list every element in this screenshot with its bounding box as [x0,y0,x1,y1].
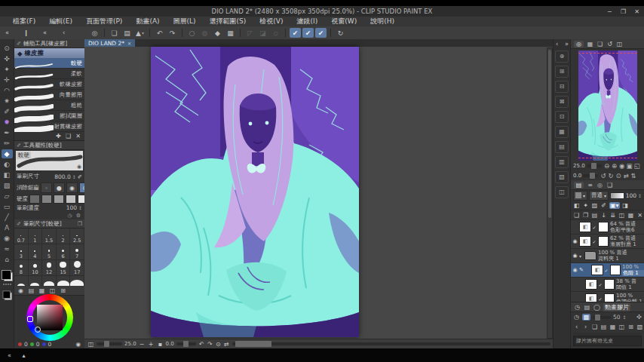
subtool-item[interactable]: 較硬 [14,58,84,69]
hardness-1-button[interactable] [29,195,40,204]
layer-mask-thumbnail[interactable] [598,236,609,247]
undo-icon[interactable]: ↶ [154,28,165,38]
selection-border-icon[interactable]: ▦ [225,28,236,38]
fit-icon[interactable]: ◫ [87,341,94,348]
new-file-icon[interactable]: ❏ [109,28,120,38]
tool-property-panel-header[interactable]: ✐ 工具屬性[較硬] [14,141,84,150]
brush-size-cell[interactable]: 3 [14,244,29,260]
opacity-stepper[interactable]: ↕ [638,193,642,198]
subtool-item[interactable]: 柔軟 [14,69,84,79]
brush-size-cell-large[interactable] [42,276,57,286]
layer-thumbnail[interactable]: ◧ [585,293,597,302]
menu-item-頁面管理(P)[interactable]: 頁面管理(P) [79,17,129,26]
brush-size-cell-large[interactable] [57,276,71,286]
brush-size-cell[interactable]: 6 [57,244,71,260]
layer-mask-thumbnail[interactable] [604,279,615,290]
antialias-middle-button[interactable]: ◉ [66,183,78,193]
material-panel-2-icon[interactable]: ⊟ [555,81,569,93]
expand-taskbar-icon[interactable]: « [6,352,13,359]
layer-row[interactable]: ◉✎◧✓100 %色階 1 [571,263,644,278]
layer-comp-tab-icon[interactable]: ❏ [606,182,613,189]
deselect-icon[interactable]: ◌ [186,28,198,38]
brush-size-cell[interactable]: 2.5 [70,229,84,244]
material-panel-1-icon[interactable]: ⊞ [555,66,569,78]
sub-color-swatches[interactable] [2,291,11,300]
onion-skin-stepper[interactable]: ↕ [623,314,627,320]
subtool-item[interactable]: 向量擦用 [14,90,84,100]
menu-item-檔案(F)[interactable]: 檔案(F) [6,17,42,26]
hand-tool-icon[interactable]: ✜ [2,54,13,63]
layer-row[interactable]: ◧✓100 %色調分離 1 [571,292,644,302]
color-set-tab-icon[interactable]: ▦ [38,287,45,294]
add-subtool-icon[interactable]: ✚ [55,133,62,140]
subtool-item[interactable]: 軟橡皮擦 [14,79,84,90]
rotate-right-icon[interactable]: ↻ [607,172,615,179]
zoom-in-icon[interactable]: ⊕ [611,162,618,170]
onion-skin-icon[interactable]: ▩ [582,314,590,321]
subtool-panel-header[interactable]: ✐ 輔助工具[橡皮擦] [14,39,84,48]
onion-skin-slider[interactable] [593,316,611,319]
delete-layer-icon[interactable]: ✕ [636,212,643,219]
brush-size-cell[interactable]: 1 [29,229,43,244]
canvas-tab-close-icon[interactable]: ✕ [127,41,131,46]
hardness-3-button[interactable] [54,195,64,204]
brush-size-cell[interactable]: 1.5 [42,229,57,244]
rotate-left-icon[interactable]: ↺ [600,172,607,179]
pencil-tool-icon[interactable]: ✏ [2,139,13,148]
layer-visibility-icon[interactable]: ◉ [571,267,579,273]
cel-list-icon[interactable]: ◫ [618,324,625,330]
rotate-view-right-icon[interactable]: ↷ [207,341,213,348]
layer-row[interactable]: ◧✓64 % 普通色彩平衡6 [571,220,644,235]
subtool-item[interactable]: 粗糙 [14,100,84,111]
eraser-tool-icon[interactable]: ◆ [2,149,13,158]
text-tool-icon[interactable]: A [2,223,13,232]
auto-select-tool-icon[interactable]: ✷ [2,97,13,106]
navigator-thumbnail[interactable] [578,51,637,161]
gradient-tool-icon[interactable]: ▨ [2,181,13,190]
cel-palette-icon[interactable]: ✣ [636,314,642,321]
density-value[interactable]: 100 [66,204,77,211]
color-slider-tab-icon[interactable]: ▤ [28,287,35,294]
next-cel-icon[interactable]: › [582,324,589,330]
layer-mask-thumbnail[interactable] [598,222,609,232]
material-panel-7-icon[interactable]: ▥ [555,156,569,168]
panel-menu-icon[interactable]: ❐ [78,221,82,227]
snap-to-grid-icon[interactable]: ✔ [315,28,327,38]
maximize-button[interactable]: ❐ [620,8,627,15]
opacity-value[interactable]: 100 [626,192,636,199]
save-file-icon[interactable]: ▲▾ [134,28,146,38]
collapse-tool-dock-icon[interactable]: « [41,29,48,36]
opacity-slider[interactable] [610,192,624,199]
rotation-slider[interactable] [176,342,196,345]
brush-size-stepper[interactable]: ↕ [72,174,76,179]
brush-size-cell[interactable]: 8 [14,260,29,276]
cel-link-icon[interactable]: ⊞ [627,324,634,330]
light-table-bar[interactable]: 膠片固有燈光桌 [573,336,642,346]
prev-cel-icon[interactable]: ‹ [573,324,580,330]
hardness-4-button[interactable] [66,195,76,204]
new-vector-layer-icon[interactable]: ❐ [582,212,589,219]
subtool-item[interactable]: 擦拭圖層 [14,111,84,121]
layer-visibility-icon[interactable]: ◉ [571,253,579,259]
subtool-group-header[interactable]: ◆ 橡皮擦 [14,48,84,58]
canvas-zoom-value[interactable]: 25.0 [124,341,136,347]
open-file-icon[interactable]: ▤ [121,28,133,38]
onion-skin-value[interactable]: 50 [613,314,621,321]
invert-selection-icon[interactable]: ◆ [212,28,223,38]
figure-tool-icon[interactable]: ▱ [2,192,13,201]
menu-item-選擇範圍(S)[interactable]: 選擇範圍(S) [203,17,253,26]
snap-to-ruler-icon[interactable]: ✔ [290,28,301,38]
layer-thumbnail[interactable]: ◧ [579,236,591,247]
navigator-zoom-slider[interactable] [587,164,602,167]
layer-mask-thumbnail[interactable] [604,293,615,302]
fill-tool-icon[interactable]: ◧ [2,170,13,179]
redo-icon[interactable]: ↷ [167,28,178,38]
canvas-artwork[interactable] [151,47,359,337]
expand-right-dock-icon[interactable]: » [563,41,570,48]
draft-layer-icon[interactable]: ✐ [600,202,607,209]
collapse-right-dock-icon[interactable]: ‹ [554,41,560,48]
density-stepper[interactable]: ↕ [78,205,82,210]
sub-foreground-swatch[interactable] [2,291,10,299]
navigator-rotation-value[interactable]: 0.0 [573,173,581,179]
sv-marker[interactable] [35,327,41,333]
